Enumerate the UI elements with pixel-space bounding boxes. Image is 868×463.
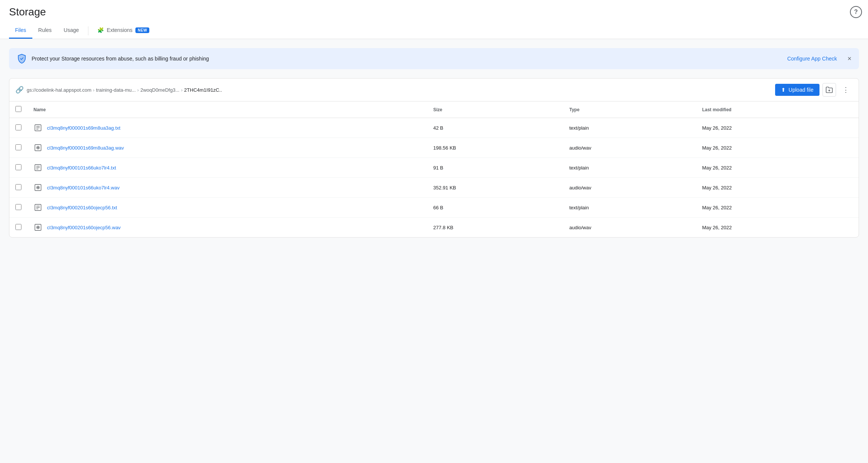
configure-app-check-link[interactable]: Configure App Check: [787, 56, 837, 62]
row-name-3: cl3mq8nyf000101s66uko7lr4.wav: [27, 178, 427, 198]
file-icon-1: [33, 143, 42, 152]
svg-point-8: [38, 147, 39, 148]
row-size-0: 42 B: [427, 118, 563, 138]
file-icon-2: [33, 163, 42, 172]
table-row: cl3mq8nyf000201s60ojecp56.txt 66 B text/…: [9, 198, 859, 218]
tab-bar: Files Rules Usage 🧩 Extensions NEW: [9, 23, 859, 39]
row-modified-1: May 26, 2022: [696, 138, 859, 158]
row-checkbox-1[interactable]: [15, 144, 21, 150]
file-icon-0: [33, 123, 42, 132]
row-name-5: cl3mq8nyf000201s60ojecp56.wav: [27, 218, 427, 238]
row-modified-3: May 26, 2022: [696, 178, 859, 198]
shield-icon: [17, 53, 27, 64]
column-header-type: Type: [563, 101, 696, 118]
row-checkbox-5[interactable]: [15, 224, 21, 230]
row-checkbox-3[interactable]: [15, 184, 21, 190]
file-name-4[interactable]: cl3mq8nyf000201s60ojecp56.txt: [47, 205, 117, 210]
row-checkbox-cell-2: [9, 158, 27, 178]
help-button[interactable]: ?: [850, 6, 862, 18]
row-type-1: audio/wav: [563, 138, 696, 158]
toolbar-actions: ⬆ Upload file ⋮: [775, 83, 853, 97]
app-check-banner: Protect your Storage resources from abus…: [9, 48, 859, 69]
extensions-new-badge: NEW: [135, 27, 149, 33]
breadcrumb: gs://codelink-hal.appspot.com › training…: [27, 87, 772, 93]
row-checkbox-cell-3: [9, 178, 27, 198]
breadcrumb-item-1[interactable]: training-data-mu...: [96, 87, 136, 93]
table-row: cl3mq8nyf000101s66uko7lr4.txt 91 B text/…: [9, 158, 859, 178]
row-size-2: 91 B: [427, 158, 563, 178]
row-modified-2: May 26, 2022: [696, 158, 859, 178]
column-header-size: Size: [427, 101, 563, 118]
file-browser: 🔗 gs://codelink-hal.appspot.com › traini…: [9, 78, 859, 238]
row-name-0: cl3mq8nyf000001s69m8ua3ag.txt: [27, 118, 427, 138]
file-table-body: cl3mq8nyf000001s69m8ua3ag.txt 42 B text/…: [9, 118, 859, 238]
tab-divider: [88, 26, 88, 35]
link-icon: 🔗: [15, 86, 24, 94]
column-header-name: Name: [27, 101, 427, 118]
row-name-4: cl3mq8nyf000201s60ojecp56.txt: [27, 198, 427, 218]
row-name-2: cl3mq8nyf000101s66uko7lr4.txt: [27, 158, 427, 178]
breadcrumb-sep-2: ›: [181, 87, 182, 93]
row-modified-5: May 26, 2022: [696, 218, 859, 238]
file-icon-4: [33, 203, 42, 212]
breadcrumb-sep-0: ›: [93, 87, 94, 93]
row-checkbox-2[interactable]: [15, 164, 21, 170]
row-type-5: audio/wav: [563, 218, 696, 238]
page-title: Storage: [9, 6, 859, 18]
row-size-5: 277.8 KB: [427, 218, 563, 238]
row-checkbox-cell-1: [9, 138, 27, 158]
select-all-header: [9, 101, 27, 118]
row-name-1: cl3mq8nyf000001s69m8ua3ag.wav: [27, 138, 427, 158]
column-header-modified: Last modified: [696, 101, 859, 118]
main-content: Protect your Storage resources from abus…: [0, 39, 868, 247]
table-header: Name Size Type Last modified: [9, 101, 859, 118]
upload-file-button[interactable]: ⬆ Upload file: [775, 84, 819, 96]
file-icon-5: [33, 223, 42, 232]
breadcrumb-sep-1: ›: [137, 87, 139, 93]
file-name-2[interactable]: cl3mq8nyf000101s66uko7lr4.txt: [47, 165, 116, 171]
file-name-5[interactable]: cl3mq8nyf000201s60ojecp56.wav: [47, 225, 121, 230]
upload-button-label: Upload file: [789, 87, 813, 93]
row-type-3: audio/wav: [563, 178, 696, 198]
select-all-checkbox[interactable]: [15, 106, 21, 112]
table-row: cl3mq8nyf000101s66uko7lr4.wav 352.91 KB …: [9, 178, 859, 198]
row-size-4: 66 B: [427, 198, 563, 218]
file-name-0[interactable]: cl3mq8nyf000001s69m8ua3ag.txt: [47, 125, 120, 131]
row-modified-0: May 26, 2022: [696, 118, 859, 138]
row-checkbox-4[interactable]: [15, 204, 21, 210]
row-checkbox-cell-4: [9, 198, 27, 218]
tab-extensions[interactable]: 🧩 Extensions NEW: [91, 23, 155, 39]
row-size-1: 198.56 KB: [427, 138, 563, 158]
file-name-3[interactable]: cl3mq8nyf000101s66uko7lr4.wav: [47, 185, 120, 191]
banner-text: Protect your Storage resources from abus…: [32, 56, 777, 62]
row-type-0: text/plain: [563, 118, 696, 138]
row-checkbox-cell-5: [9, 218, 27, 238]
file-icon-3: [33, 183, 42, 192]
svg-point-15: [38, 187, 39, 188]
tab-usage[interactable]: Usage: [58, 23, 85, 39]
tab-extensions-label: Extensions: [107, 27, 132, 33]
file-browser-header: 🔗 gs://codelink-hal.appspot.com › traini…: [9, 79, 859, 101]
files-table: Name Size Type Last modified cl3mq8nyf00…: [9, 101, 859, 237]
more-options-button[interactable]: ⋮: [839, 83, 853, 97]
table-row: cl3mq8nyf000001s69m8ua3ag.wav 198.56 KB …: [9, 138, 859, 158]
banner-close-button[interactable]: ×: [847, 55, 851, 62]
breadcrumb-item-2[interactable]: 2woqD0meDfg3...: [140, 87, 179, 93]
extensions-icon: 🧩: [97, 27, 104, 33]
upload-icon: ⬆: [781, 87, 786, 93]
tab-rules[interactable]: Rules: [32, 23, 58, 39]
more-icon: ⋮: [842, 86, 849, 94]
breadcrumb-item-3[interactable]: 2THC4m1I91zC..: [184, 87, 222, 93]
row-size-3: 352.91 KB: [427, 178, 563, 198]
table-row: cl3mq8nyf000001s69m8ua3ag.txt 42 B text/…: [9, 118, 859, 138]
breadcrumb-item-0[interactable]: gs://codelink-hal.appspot.com: [27, 87, 91, 93]
new-folder-button[interactable]: [822, 83, 836, 97]
page-header: Storage Files Rules Usage 🧩 Extensions N…: [0, 0, 868, 39]
row-checkbox-0[interactable]: [15, 124, 21, 130]
tab-files[interactable]: Files: [9, 23, 32, 39]
row-type-4: text/plain: [563, 198, 696, 218]
row-type-2: text/plain: [563, 158, 696, 178]
svg-point-22: [38, 227, 39, 228]
folder-plus-icon: [826, 86, 833, 94]
file-name-1[interactable]: cl3mq8nyf000001s69m8ua3ag.wav: [47, 145, 124, 151]
